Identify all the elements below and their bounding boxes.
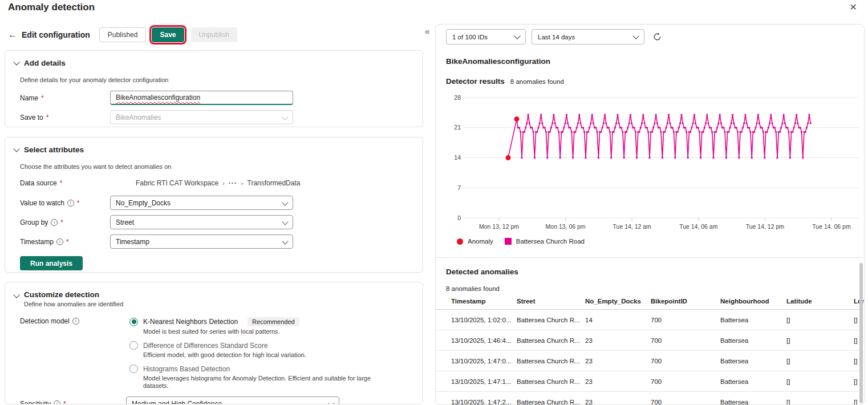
sensitivity-label: Sensitivity i * [20,400,126,405]
collapse-panel-icon[interactable]: « [425,26,429,36]
legend-series[interactable]: Battersea Church Road [505,238,585,245]
column-header[interactable]: BikepointID [651,298,687,305]
value-to-watch-label: Value to watch i * [20,199,110,207]
chevron-down-icon [632,33,639,39]
published-button[interactable]: Published [99,27,147,42]
table-cell: 700 [651,358,662,364]
edit-toolbar: ← Edit configuration Published Save Unpu… [8,27,237,42]
required-marker: * [41,94,44,102]
value-to-watch-value: No_Empty_Docks [116,199,171,207]
radio-selected-icon[interactable] [129,318,138,326]
model-knn-label[interactable]: K-Nearest Neighbors Detection [143,318,238,326]
table-cell: Battersea Church R... [517,378,580,385]
breadcrumb-more-button[interactable]: ··· [229,179,237,187]
detector-results-count: 8 anomalies found [510,78,564,85]
chart-legend: Anomaly Battersea Church Road [457,238,585,245]
select-attributes-description: Choose the attributes you want to detect… [20,163,423,170]
table-cell: Battersea Church R... [517,337,580,344]
info-icon: i [56,238,63,245]
id-filter-dropdown[interactable]: 1 of 100 IDs [446,29,526,44]
name-input[interactable]: BikeAnomaliesconfiguration [110,91,293,105]
section-title-select-attributes: Select attributes [24,145,84,154]
group-by-label: Group by i * [20,218,110,226]
recommended-badge: Recommended [248,317,299,326]
select-attributes-card: Select attributes Choose the attributes … [5,137,423,273]
timestamp-label: Timestamp i * [20,238,110,246]
breadcrumb-table[interactable]: TransformedData [248,179,301,187]
svg-text:Tue 14, 06 am: Tue 14, 06 am [679,223,718,230]
model-dod-description: Efficient model, with good detection for… [143,351,388,359]
data-source-label: Data source* [20,179,136,187]
table-row[interactable]: 13/10/2025, 1:47:1...Battersea Church R.… [436,371,859,392]
table-header-row: TimestampStreetNo_Empty_DocksBikepointID… [436,296,859,310]
breadcrumb-separator: › [241,180,244,187]
column-header[interactable]: Street [517,298,536,305]
time-range-value: Last 14 days [538,34,575,40]
table-cell: 13/10/2025, 1:47:2... [451,399,512,405]
detected-anomalies-heading: Detected anomalies [446,268,518,276]
close-icon[interactable]: × [850,1,857,13]
model-dod-label[interactable]: Difference of Differences Standard Score [143,342,267,350]
add-details-description: Define details for your anomaly detector… [20,76,423,83]
table-cell: 700 [651,337,662,344]
refresh-icon[interactable] [652,32,662,42]
radio-icon[interactable] [129,364,138,373]
edit-configuration-title: Edit configuration [22,30,90,39]
configuration-title: BikeAnomaliesconfiguration [446,57,550,66]
chevron-down-icon [514,33,520,39]
timestamp-dropdown[interactable]: Timestamp [110,234,293,249]
table-row[interactable]: 13/10/2025, 1:02:0...Battersea Church R.… [436,310,859,330]
model-option-dod: Difference of Differences Standard Score… [129,341,388,359]
value-to-watch-dropdown[interactable]: No_Empty_Docks [110,196,293,210]
chevron-down-icon[interactable] [13,291,19,298]
save-button[interactable]: Save [152,27,184,42]
table-cell: [] [786,358,790,364]
table-row[interactable]: 13/10/2025, 1:47:0...Battersea Church R.… [436,351,859,371]
series-legend-icon [505,238,512,245]
model-histogram-label[interactable]: Histograms Based Detection [143,365,230,373]
table-scrollbar[interactable] [859,263,863,403]
radio-icon[interactable] [129,341,138,350]
save-to-dropdown[interactable]: BikeAnomalies [110,110,293,124]
table-cell: 700 [651,399,662,405]
table-cell: 13/10/2025, 1:02:0... [451,317,512,323]
id-filter-value: 1 of 100 IDs [452,34,488,40]
info-icon: i [67,200,74,206]
column-header[interactable]: Timestamp [451,298,486,305]
table-row[interactable]: 13/10/2025, 1:47:2...Battersea Church R.… [436,392,859,405]
table-cell: [] [786,399,790,405]
column-header[interactable]: Neighbourhood [720,298,769,305]
table-cell: 23 [585,337,593,344]
svg-text:Tue 14, 12 am: Tue 14, 12 am [613,223,652,230]
svg-text:Tue 14, 12 pm: Tue 14, 12 pm [746,223,785,230]
column-header[interactable]: No_Empty_Docks [585,298,641,305]
table-cell: Battersea [720,378,748,385]
group-by-dropdown[interactable]: Street [110,215,293,229]
model-option-histogram: Histograms Based Detection Model leverag… [129,364,388,390]
table-cell: [] [854,358,857,364]
add-details-card: Add details Define details for your anom… [5,50,423,127]
detector-results-heading: Detector results [446,77,505,86]
table-cell: 13/10/2025, 1:47:0... [451,358,512,364]
table-cell: Battersea Church R... [517,399,580,405]
time-range-dropdown[interactable]: Last 14 days [532,29,644,44]
table-cell: Battersea Church R... [517,317,580,323]
table-row[interactable]: 13/10/2025, 1:46:4...Battersea Church R.… [436,330,859,351]
unpublish-button[interactable]: Unpublish [191,27,237,42]
sensitivity-dropdown[interactable]: Medium and High Confidence [126,396,339,404]
table-cell: 700 [651,317,662,323]
table-cell: [] [854,317,857,323]
back-icon[interactable]: ← [8,30,17,40]
run-analysis-button[interactable]: Run analysis [20,256,83,270]
chevron-down-icon[interactable] [13,145,19,152]
chevron-down-icon[interactable] [13,59,19,65]
customize-detection-description: Define how anomalies are identified [24,301,123,307]
column-header[interactable]: Latitude [786,298,812,305]
svg-text:Mon 13, 12 pm: Mon 13, 12 pm [479,223,519,230]
breadcrumb-workspace[interactable]: Fabric RTI CAT Workspace [136,179,218,187]
legend-anomaly[interactable]: Anomaly [457,238,493,245]
table-cell: [] [854,378,857,385]
customize-detection-card: Customize detection Define how anomalies… [5,282,423,404]
model-histogram-description: Model leverages histograms for Anomaly D… [143,375,388,390]
section-title-add-details: Add details [24,59,66,67]
